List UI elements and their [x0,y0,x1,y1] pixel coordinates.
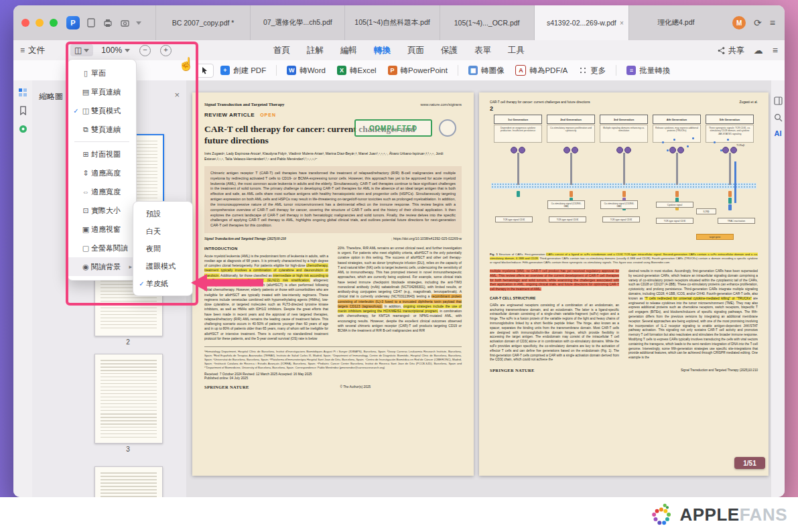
menu-row-right: 共享 ☁ ≡ [717,45,778,56]
menu-item-protect[interactable]: 保護 [441,45,458,56]
generation-title: 3rd Generation [600,115,648,124]
menu-item-fit-height[interactable]: ⇕ 適應高度 [68,163,136,182]
sync-icon[interactable]: ⟳ [754,18,762,27]
page-thumbnail-4[interactable] [94,466,163,497]
menu-item-forms[interactable]: 表單 [474,45,491,56]
close-window-button[interactable] [21,19,29,27]
batch-convert-label: 批量轉換 [639,66,670,76]
snapshot-icon[interactable] [119,17,130,28]
tab-document-1[interactable]: BC 2007_copy.pdf * [155,5,250,40]
search-icon[interactable] [773,112,783,123]
annotations-icon[interactable] [17,123,29,135]
menu-item-page[interactable]: 頁面 [407,45,424,56]
zoom-out-button[interactable]: − [139,45,151,56]
word-icon: W [287,66,296,75]
menu-item-fit-window[interactable]: ▣ 適應視窗 [68,220,136,239]
tab-document-4[interactable]: 105(1~4)..._OCR.pdf [440,5,534,40]
menu-item-bg-parchment[interactable]: ✓羊皮紙 [133,275,192,292]
menu-item-two-page[interactable]: ✓◫ 雙頁模式 [68,101,136,120]
convert-more-button[interactable]: 更多 [574,64,610,78]
tab-document-3[interactable]: 105(1~4)自然科題本.pdf [344,5,439,40]
menu-item-bg-eyecare[interactable]: 護眼模式 [133,257,192,275]
menu-item-fullscreen-reading[interactable]: ▢ 全螢幕閱讀 [68,239,136,257]
thumbnail-number: 2 [94,338,161,346]
menu-item-edit[interactable]: 編輯 [340,45,357,56]
tab-document-6[interactable]: 理化總4.pdf [628,5,723,40]
generation-column-1: 1st Generation Dependent on exogenous cy… [492,115,543,249]
convert-excel-button[interactable]: X 轉Excel [332,64,381,78]
account-avatar[interactable]: M [732,16,746,29]
new-document-icon[interactable] [86,17,96,28]
menu-item-bg-default[interactable]: 預設 [133,205,192,222]
page-view-mode-button[interactable]: ◫ [70,44,93,56]
menu-item-single-continuous[interactable]: ▤ 單頁連續 [68,82,136,101]
cloud-icon[interactable]: ☁ [754,46,763,55]
menu-item-fit-width[interactable]: ⇔ 適應寬度 [68,182,136,201]
titlebar: P BC 2007_copy.pdf * 07_選修化學...ch5.pdf 1… [13,5,785,41]
single-page-icon: ▯ [80,69,91,78]
file-menu-button[interactable]: ≡ 文件 [20,45,45,56]
select-tool-button[interactable] [196,64,214,78]
highlighted-paragraph: multiple myeloma (MM), no CAR-T cell pro… [490,269,619,291]
print-icon[interactable] [103,17,113,28]
menu-item-bg-night[interactable]: 夜間 [133,240,192,257]
il2rb-label: IL2Rβ [696,208,716,214]
create-pdf-button[interactable]: + 創建 PDF [216,64,271,78]
menu-item-two-page-continuous[interactable]: ⧉ 雙頁連續 [68,120,136,139]
panel-toggle-icon[interactable] [773,95,783,106]
toolbar-separator [276,65,277,76]
tcr-signal-label: TCR-type signal CD3ζ [602,216,640,222]
bookmarks-icon[interactable] [17,105,29,117]
ai-assistant-badge[interactable]: AI [771,129,785,137]
tab-close-icon[interactable]: × [620,19,624,27]
more-menu-icon[interactable]: ≡ [773,46,778,55]
article-abstract: Chimeric antigen receptor T (CAR-T) cell… [204,166,462,233]
receptor-stem [517,153,519,185]
panel-close-icon[interactable]: × [174,90,180,100]
applefans-logo: APPLEFANS [650,503,787,527]
menu-item-bg-day[interactable]: 白天 [133,222,192,240]
toolbar-caret-icon[interactable] [136,21,141,25]
menu-item-home[interactable]: 首頁 [273,45,290,56]
batch-convert-button[interactable]: ≡ 批量轉換 [622,64,675,78]
actual-size-icon: ⊡ [80,206,91,215]
menu-item-annotate[interactable]: 註解 [307,45,324,56]
menu-item-cover-view[interactable]: ⊞ 封面視圖 [68,145,136,163]
app-window: P BC 2007_copy.pdf * 07_選修化學...ch5.pdf 1… [13,5,785,497]
received-dates: Received: 7 October 2024 Revised: 12 Mar… [204,373,462,376]
share-button[interactable]: 共享 [717,45,744,56]
thumbnails-panel-icon[interactable] [17,86,29,98]
single-continuous-icon: ▤ [80,88,91,96]
fullscreen-window-button[interactable] [50,19,58,27]
section-heading: CAR-T CELL STRUCTURE [490,296,619,302]
tcr-signal-label: TCR-type signal CD3ζ [549,216,586,222]
minimize-window-button[interactable] [36,19,44,27]
tab-document-2[interactable]: 07_選修化學...ch5.pdf [250,5,344,40]
pdfa-icon: A [515,65,526,76]
journal-title: Signal Transduction and Targeted Therapy [204,102,285,107]
fit-window-icon: ▣ [80,225,91,234]
tab-document-active[interactable]: s41392-02...269-w.pdf × [534,5,628,40]
window-menu-icon[interactable]: ≡ [770,18,775,27]
menu-item-single-page[interactable]: ▯ 單面 [68,64,136,82]
convert-word-button[interactable]: W 轉Word [282,64,330,78]
costim-label: Co-stimulatory signal (CD28/4-1BB) [600,200,638,209]
zoom-select[interactable]: 100% [101,46,130,55]
app-logo-icon: P [66,16,80,29]
convert-powerpoint-button[interactable]: P 轉PowerPoint [383,64,452,78]
convert-image-button[interactable]: ▦ 轉圖像 [464,64,509,78]
panel-title: 縮略圖 [39,91,63,103]
convert-pdfa-button[interactable]: A 轉為PDF/A [511,63,572,78]
thumbnail-preview [101,472,157,497]
menu-item-reading-background[interactable]: ◉ 閱讀背景 ▸ [68,257,136,276]
menu-item-tools[interactable]: 工具 [508,45,525,56]
check-icon: ✓ [137,280,146,287]
article-type: REVIEW ARTICLE [204,112,255,118]
tab-label: 105(1~4)..._OCR.pdf [454,19,520,27]
page-thumbnail-3[interactable] [94,354,163,444]
menu-item-actual-size[interactable]: ⊡ 實際大小 [68,201,136,220]
generation-column-5: 5th Generation Three synergistic signals… [704,115,755,249]
brand-primary: APPLE [679,505,739,525]
menu-item-convert[interactable]: 轉換 [374,45,391,56]
zoom-in-button[interactable]: + [160,45,172,56]
